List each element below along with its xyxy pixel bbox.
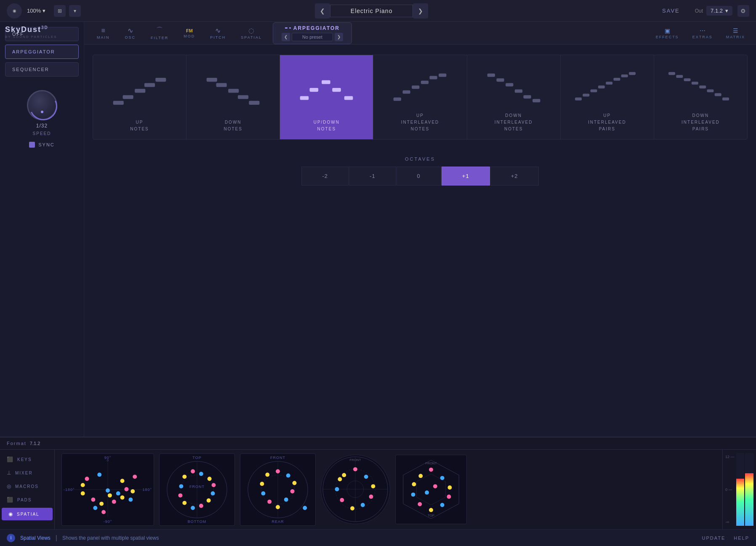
svg-point-101 (364, 474, 368, 479)
side-nav-keys[interactable]: ⬛ KEYS (0, 453, 54, 466)
pattern-down-interleaved-notes[interactable]: DOWNINTERLEAVEDNOTES (467, 55, 560, 139)
octaves-row: -2 -1 0 +1 +2 (101, 167, 739, 186)
side-nav-spatial[interactable]: ◉ SPATIAL (2, 508, 53, 520)
tab-extras[interactable]: ⋯ EXTRAS (687, 25, 719, 42)
out-value: 7.1.2 (711, 8, 723, 14)
svg-point-60 (85, 477, 89, 481)
speed-knob[interactable] (27, 90, 57, 120)
dropdown-icon[interactable]: ▾ (69, 5, 81, 17)
tab-spatial[interactable]: ◌ SPATIAL (233, 24, 269, 42)
svg-rect-19 (430, 76, 437, 79)
pattern-visual-up-pairs (566, 64, 649, 112)
zoom-control[interactable]: 100% ▾ (27, 8, 45, 14)
octave-zero[interactable]: 0 (397, 167, 441, 186)
matrix-icon: ☰ (733, 27, 738, 34)
octave-minus2[interactable]: -2 (301, 167, 349, 186)
svg-rect-39 (699, 85, 706, 88)
svg-point-102 (371, 484, 375, 488)
svg-point-99 (342, 473, 346, 477)
bottom-panel-header: Format 7.1.2 (0, 437, 756, 450)
top-label-grid: 90° (104, 456, 112, 460)
svg-point-122 (412, 482, 416, 486)
svg-point-55 (120, 495, 125, 499)
svg-point-71 (212, 483, 216, 487)
help-button[interactable]: HELP (734, 535, 749, 541)
pattern-visual-down (192, 64, 274, 119)
svg-point-92 (303, 506, 307, 510)
svg-rect-12 (322, 80, 330, 84)
off-button[interactable]: OFF (5, 27, 79, 41)
svg-rect-7 (228, 89, 239, 93)
level-meter: 12 — 0 — -∞ (722, 450, 756, 529)
up-pairs-svg (566, 71, 649, 105)
pattern-updown-notes[interactable]: UP/DOWNNOTES (280, 55, 373, 139)
bottom-panel-body: ⬛ KEYS ⊥ MIXER ◎ MACROS ⬛ PADS ◉ SPATIAL (0, 450, 756, 529)
tab-main[interactable]: ≡ MAIN (89, 24, 117, 42)
spatial-view-top-bottom-grid[interactable]: 90° -90° -180° 180° 0 (61, 453, 154, 526)
tab-osc[interactable]: ∿ OSC (117, 24, 144, 42)
arpeggiator-button[interactable]: ARPEGGIATOR (5, 45, 79, 59)
svg-point-47 (91, 497, 95, 501)
spatial-view-hex-front[interactable]: FRONT TOP (395, 455, 467, 524)
svg-rect-33 (621, 74, 628, 77)
octave-minus1[interactable]: -1 (349, 167, 396, 186)
nav-next-button[interactable]: ❯ (413, 3, 428, 19)
zoom-chevron[interactable]: ▾ (43, 8, 45, 14)
update-button[interactable]: UPDATE (702, 535, 725, 541)
tab-filter[interactable]: ⌒ FILTER (143, 24, 176, 42)
tab-effects[interactable]: ▣ EFFECTS (650, 25, 685, 42)
sequencer-button[interactable]: SEQUENCER (5, 62, 79, 77)
svg-rect-27 (575, 98, 582, 101)
updown-notes-label: UP/DOWNNOTES (314, 119, 340, 133)
sync-checkbox[interactable] (29, 142, 35, 148)
tab-fm[interactable]: FM MOD (176, 26, 202, 41)
arpeggiator-tab[interactable]: ARPEGGIATOR ❮ No preset ❯ (273, 22, 352, 44)
octave-plus2[interactable]: +2 (490, 167, 539, 186)
preset-next-button[interactable]: ❯ (335, 33, 343, 41)
down-notes-svg (192, 74, 274, 108)
pattern-visual-up-interleaved (378, 64, 461, 112)
svg-rect-16 (403, 90, 410, 94)
down-notes-label: DOWNNOTES (224, 119, 242, 133)
svg-point-117 (447, 495, 451, 499)
svg-rect-0 (113, 101, 124, 105)
settings-icon[interactable]: ⚙ (737, 5, 749, 17)
svg-point-86 (290, 489, 295, 493)
svg-point-123 (433, 484, 437, 488)
side-nav-macros[interactable]: ◎ MACROS (0, 480, 54, 493)
pattern-up-interleaved-pairs[interactable]: UPINTERLEAVEDPAIRS (561, 55, 654, 139)
spatial-view-top-bottom-circle[interactable]: TOP BOTTOM FRONT (159, 453, 235, 526)
macros-icon: ◎ (7, 483, 12, 489)
save-button[interactable]: SAVE (662, 8, 680, 14)
sync-row: SYNC (29, 142, 55, 148)
main-tab-icon: ≡ (101, 27, 105, 34)
down-interleaved-notes-svg (472, 71, 555, 105)
spatial-nav-icon: ◉ (8, 511, 13, 517)
pattern-up-notes[interactable]: UPNOTES (93, 55, 186, 139)
spatial-view-front-rear[interactable]: FRONT REAR (240, 453, 316, 526)
pattern-visual-updown (285, 64, 368, 119)
svg-rect-20 (439, 74, 447, 77)
svg-point-63 (133, 474, 137, 479)
svg-point-119 (429, 508, 433, 512)
side-nav-pads[interactable]: ⬛ PADS (0, 493, 54, 506)
pattern-up-interleaved-notes[interactable]: UPINTERLEAVEDNOTES (373, 55, 466, 139)
macros-label: MACROS (15, 484, 39, 489)
pattern-down-interleaved-pairs[interactable]: DOWNINTERLEAVEDPAIRS (654, 55, 747, 139)
side-nav-mixer[interactable]: ⊥ MIXER (0, 466, 54, 479)
logo-icon: ◉ (7, 3, 22, 19)
svg-rect-32 (613, 78, 620, 81)
spatial-view-circle-front[interactable]: FRONT (321, 455, 390, 524)
octave-plus1[interactable]: +1 (442, 167, 490, 186)
preset-prev-button[interactable]: ❮ (282, 33, 290, 41)
pattern-down-notes[interactable]: DOWNNOTES (186, 55, 280, 139)
svg-point-83 (276, 469, 280, 473)
tab-pitch[interactable]: ∿ PITCH (202, 24, 233, 42)
effects-label: EFFECTS (656, 35, 679, 39)
svg-point-77 (178, 493, 183, 497)
tab-matrix[interactable]: ☰ MATRIX (720, 25, 751, 42)
nav-prev-button[interactable]: ❮ (315, 3, 330, 19)
out-format[interactable]: 7.1.2 ▾ (706, 6, 732, 16)
arp-patterns-section: UPNOTES DOWNNOTES (84, 45, 756, 437)
grid-icon[interactable]: ⊞ (54, 5, 66, 17)
